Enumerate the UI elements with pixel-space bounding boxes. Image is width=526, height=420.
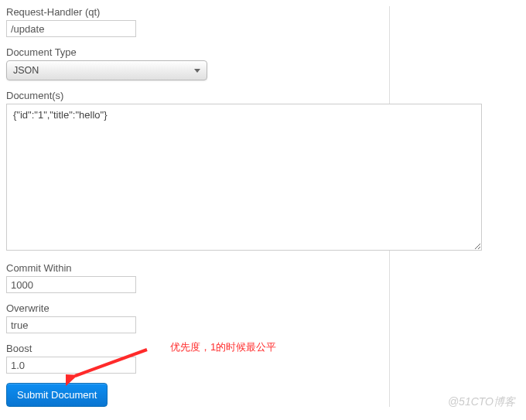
request-handler-label: Request-Handler (qt) (6, 6, 381, 18)
request-handler-input[interactable] (6, 20, 136, 37)
watermark: @51CTO博客 (448, 395, 515, 409)
overwrite-label: Overwrite (6, 302, 381, 314)
documents-label: Document(s) (6, 90, 490, 101)
document-type-select[interactable]: JSON (6, 60, 207, 80)
commit-within-input[interactable] (6, 276, 136, 293)
submit-document-button[interactable]: Submit Document (6, 383, 108, 407)
boost-input[interactable] (6, 357, 136, 374)
commit-within-label: Commit Within (6, 262, 381, 274)
chevron-down-icon (194, 69, 200, 73)
document-type-label: Document Type (6, 46, 381, 58)
overwrite-input[interactable] (6, 316, 136, 333)
boost-label: Boost (6, 343, 381, 354)
document-type-selected: JSON (13, 65, 39, 76)
documents-textarea[interactable] (6, 104, 482, 251)
